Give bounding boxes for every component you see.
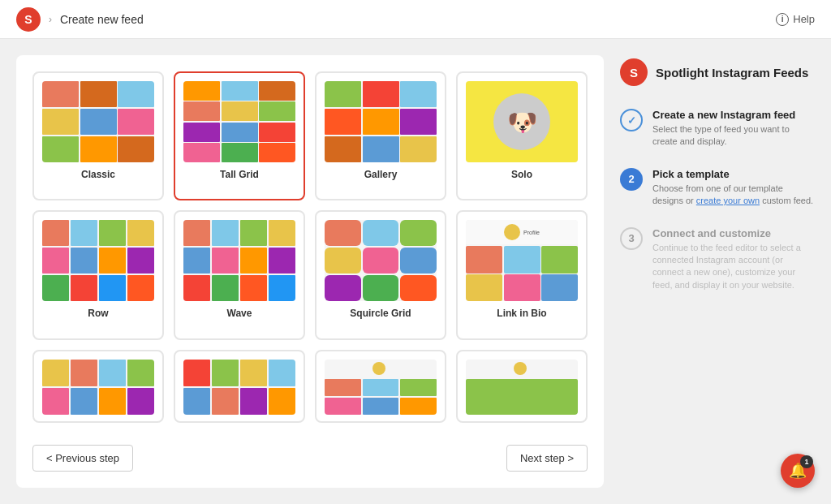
template-wave[interactable]: Wave	[174, 210, 305, 339]
squircle-label: Squircle Grid	[350, 308, 411, 319]
prev-step-button[interactable]: < Previous step	[32, 445, 133, 472]
solo-label: Solo	[511, 169, 532, 180]
bottom-bar: < Previous step Next step >	[32, 445, 588, 472]
step-3-content: Connect and customize Continue to the fe…	[652, 227, 815, 292]
brand-row: S Spotlight Instagram Feeds	[620, 58, 815, 86]
step-2-desc: Choose from one of our template designs …	[652, 183, 815, 208]
notification-badge: 1	[800, 455, 813, 468]
step-2-desc-text2: custom feed.	[762, 196, 813, 205]
template-link-in-bio[interactable]: Profile Link in Bio	[456, 210, 588, 339]
gallery-label: Gallery	[364, 169, 398, 180]
t10-preview	[183, 360, 295, 415]
lib-preview: Profile	[466, 220, 578, 301]
header: S › Create new feed i Help	[0, 0, 831, 39]
lib-label: Link in Bio	[497, 308, 546, 319]
template-solo[interactable]: 🐶 Solo	[456, 71, 588, 200]
step-3-title: Connect and customize	[652, 227, 815, 239]
gallery-preview	[325, 81, 437, 162]
template-11[interactable]	[315, 350, 446, 423]
row-preview	[42, 220, 154, 301]
tall-grid-preview	[183, 81, 295, 162]
tall-grid-label: Tall Grid	[220, 169, 259, 180]
template-row[interactable]: Row	[32, 210, 164, 339]
help-label: Help	[793, 13, 815, 25]
logo-icon[interactable]: S	[16, 7, 41, 32]
template-squircle-grid[interactable]: Squircle Grid	[315, 210, 446, 339]
template-10[interactable]	[174, 350, 305, 423]
header-left: S › Create new feed	[16, 7, 144, 32]
step-1-icon: ✓	[620, 109, 643, 131]
page-title: Create new feed	[60, 13, 144, 26]
help-icon: i	[776, 13, 789, 26]
step-2-icon: 2	[620, 168, 643, 191]
step-1-title: Create a new Instagram feed	[652, 109, 815, 121]
step-2-title: Pick a template	[652, 168, 815, 180]
step-2: 2 Pick a template Choose from one of our…	[620, 158, 815, 218]
t11-preview	[325, 360, 437, 415]
help-link[interactable]: i Help	[776, 13, 815, 26]
create-own-link[interactable]: create your own	[696, 196, 760, 205]
step-3-icon: 3	[620, 227, 643, 250]
template-classic[interactable]: Classic	[32, 71, 164, 200]
t9-preview	[42, 360, 154, 415]
solo-preview: 🐶	[466, 81, 578, 162]
step-1-desc: Select the type of feed you want to crea…	[652, 123, 815, 149]
template-gallery[interactable]: Gallery	[315, 71, 446, 200]
row-label: Row	[88, 308, 108, 319]
template-grid: Classic Tall Grid	[32, 71, 588, 435]
step-3-desc: Continue to the feed editor to select a …	[652, 242, 815, 292]
main-content: Classic Tall Grid	[0, 39, 831, 504]
brand-name: Spotlight Instagram Feeds	[656, 66, 808, 80]
t12-preview	[466, 360, 578, 415]
right-sidebar: S Spotlight Instagram Feeds ✓ Create a n…	[620, 55, 815, 488]
squircle-preview	[325, 220, 437, 301]
steps-list: ✓ Create a new Instagram feed Select the…	[620, 99, 815, 301]
template-12[interactable]	[456, 350, 588, 423]
wave-label: Wave	[227, 308, 252, 319]
classic-label: Classic	[81, 169, 115, 180]
chevron-right-icon: ›	[49, 14, 52, 25]
content-panel: Classic Tall Grid	[16, 55, 604, 488]
step-1: ✓ Create a new Instagram feed Select the…	[620, 99, 815, 158]
next-step-button[interactable]: Next step >	[506, 445, 588, 472]
template-tall-grid[interactable]: Tall Grid	[174, 71, 305, 200]
brand-logo: S	[620, 58, 648, 86]
wave-preview	[183, 220, 295, 301]
lib-header: Profile	[466, 220, 578, 244]
step-2-content: Pick a template Choose from one of our t…	[652, 168, 815, 208]
step-1-content: Create a new Instagram feed Select the t…	[652, 109, 815, 149]
notification-button[interactable]: 🔔 1	[781, 454, 815, 488]
classic-preview	[42, 81, 154, 162]
step-3: 3 Connect and customize Continue to the …	[620, 218, 815, 302]
template-9[interactable]	[32, 350, 164, 423]
